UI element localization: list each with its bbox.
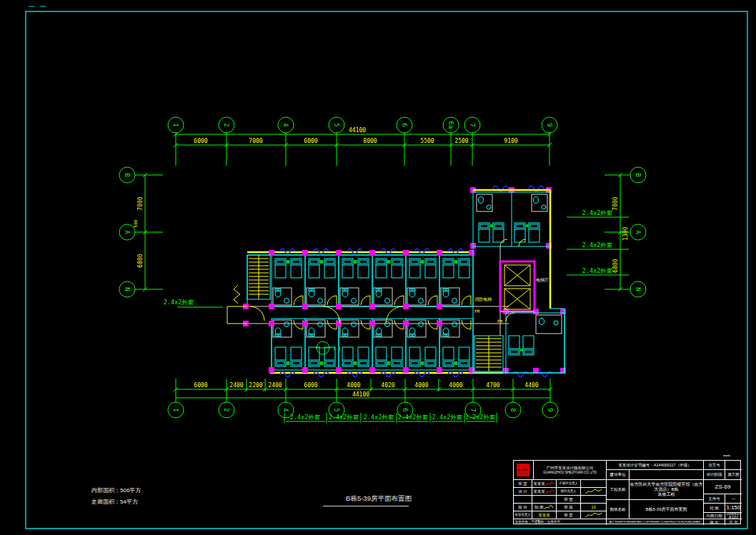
dim-text: 5500 [420, 138, 434, 144]
dim-text: 6800 [612, 259, 619, 272]
section-mark-label: 1-1 [333, 346, 341, 351]
pages-label: 共 页 [725, 519, 742, 525]
grid-bubble-label: 9 [546, 123, 553, 126]
signature-scribble [544, 504, 554, 511]
window-label: 2.4x2外窗 [432, 414, 463, 421]
company-cell: 广州市某某设计院有限公司 GUANGZHOU SHEJIYUAN CO.,LTD [534, 461, 607, 480]
scale-value: 1:150 [725, 504, 742, 513]
window-label: 2.4x2外窗 [582, 241, 613, 249]
grid-bubble-label: 5 [333, 123, 340, 126]
window-label: 2.4x2外窗 [164, 299, 194, 306]
grid-bubble-label: 1 [172, 123, 179, 126]
dim-text: 6000 [194, 138, 207, 144]
sign-label: 制 图 [534, 505, 544, 509]
grid-bubble-label: N [635, 287, 642, 291]
owner-no-value [725, 461, 742, 470]
grid-bubble-label: 5 [333, 408, 340, 411]
red-stamp-scribble [545, 481, 555, 487]
dim-text: 500 [133, 219, 138, 227]
date-value: 2008年07月10日 [725, 513, 742, 519]
signature-cell [581, 488, 607, 496]
sign-label: 项目负责人 [557, 488, 581, 496]
grid-bubble-label: 1 [172, 408, 179, 411]
sign-name: 某某某 [532, 511, 557, 519]
client-value [630, 470, 704, 480]
dim-text: 2500 [454, 138, 468, 144]
grid-top: 1 2 4 5 6 6a 7 9 44100 6000 7000 6000 80… [168, 117, 557, 166]
dim-text: 7000 [137, 196, 144, 210]
copyright-en: ALL RIGHTS RESERVED COPYRIGHT CONSTRUCTI… [607, 519, 704, 525]
dim-text: 6000 [304, 382, 317, 389]
dim-text: 7000 [612, 196, 619, 210]
window-label: 2.4x2外窗 [364, 414, 394, 421]
sheet-name-value: B栋5-39房平面布置图 [630, 500, 704, 519]
scale-label: 比 例 [704, 504, 725, 513]
dim-text: 2400 [229, 382, 243, 389]
grid-bubble-label: 7 [469, 123, 476, 126]
dim-text: 8000 [363, 138, 377, 144]
dim-text: 9100 [504, 138, 517, 144]
drawing-caption: B栋5-39房平面布置图 [300, 494, 457, 504]
sign-blank [581, 480, 607, 488]
dim-text: 44100 [352, 391, 369, 398]
dim-text: 4020 [381, 382, 394, 389]
sign-name: 某某某 [532, 480, 557, 488]
project-name: 南方医科大学南方医院陪楼宾馆（南方大酒店）B栋 装修工程 [630, 480, 704, 500]
dim-text: 6800 [137, 254, 144, 267]
red-stamp-scribble [545, 489, 555, 495]
stage-label: 设计阶段 [704, 470, 725, 480]
grid-bubble-label: 6 [402, 408, 409, 411]
grid-bubble-label: 4 [282, 408, 289, 411]
area-note-2: 走廊面积：54平方 [91, 498, 220, 506]
window-label: 2.4x2外窗 [398, 414, 429, 421]
grid-bubble-label: B [124, 173, 131, 176]
caption-underline [323, 506, 409, 506]
grid-bottom: 1 2 4 5 6 7 8 9 6000 2400 2200 2400 6000… [168, 379, 558, 423]
grid-bubble-label: 9 [547, 408, 554, 411]
dim-text: 4700 [486, 382, 499, 389]
title-block: 广州市某某设计院有限公司 GUANGZHOU SHEJIYUAN CO.,LTD… [513, 460, 741, 524]
sign-day-value: 13 [581, 504, 607, 511]
owner-no-label: 业主号 [704, 461, 725, 470]
fire-door-label: FM [474, 309, 480, 314]
signature-scribble [585, 488, 602, 495]
grid-bubble-label: B [635, 173, 642, 176]
dim-text: 2400 [268, 382, 282, 389]
structural-columns [243, 187, 566, 374]
stair-left [247, 255, 270, 299]
file-no-label: 文件号 [704, 494, 725, 504]
cad-drawing: 1 2 4 5 6 6a 7 9 44100 6000 7000 6000 80… [0, 0, 756, 535]
sheet-name-label: 图纸名称 [607, 500, 630, 519]
fire-elevator-label: 消防电梯 [474, 296, 492, 302]
cad-viewport: 1 2 4 5 6 6a 7 9 44100 6000 7000 6000 80… [0, 0, 756, 535]
signer-name: 某某某 [533, 489, 545, 494]
signer-name: 某某某 [533, 481, 545, 486]
client-label: 建设单位 [607, 470, 630, 480]
sign-name: 某某某 [532, 488, 557, 496]
project-name-line1: 南方医科大学南方医院陪楼宾馆（南方大酒店）B栋 [630, 482, 703, 492]
floor-plan: 2.4x2外窗 1-1 [164, 186, 566, 377]
grid-bubble-label: A [124, 230, 131, 234]
grid-bubble-label: 6 [401, 123, 408, 126]
grid-bubble-label: 8 [509, 408, 517, 411]
date-label: 出图日期 [704, 513, 725, 519]
signature-scribble [585, 511, 602, 519]
company-logo [517, 464, 529, 476]
dim-text: 4000 [347, 382, 360, 389]
dim-text: 2200 [249, 382, 262, 389]
sign-label: 审 查 [557, 496, 581, 504]
sign-blank [581, 496, 607, 504]
revision-label: 版 次 [704, 519, 725, 525]
window-label: 2.4x2外窗 [582, 267, 613, 274]
sign-label: 校 对 [514, 504, 532, 511]
grid-bubble-label: A [635, 230, 642, 234]
dim-text: 4000 [414, 382, 428, 389]
sign-label: 审 核 [557, 504, 581, 511]
window-label: 2.4x2外窗 [582, 209, 613, 216]
dim-text: 44100 [349, 127, 366, 134]
dim-text: 4000 [449, 382, 462, 389]
grid-left: B A N 7000 6800 500 [119, 167, 163, 297]
file-no-value: — [725, 494, 742, 504]
window-label: 2.4x2外窗 [329, 414, 359, 421]
sign-label: 审 定 [514, 480, 532, 488]
